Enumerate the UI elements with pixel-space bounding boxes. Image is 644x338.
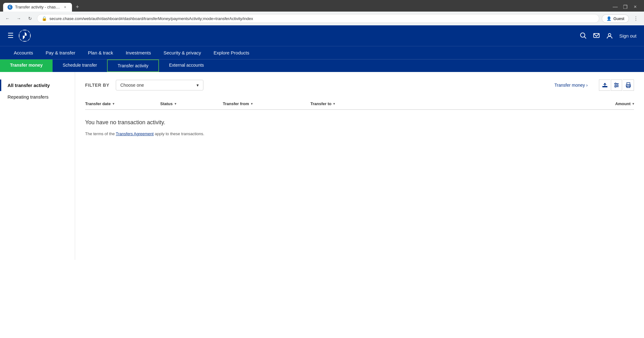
- sidebar-item-repeating-transfers[interactable]: Repeating transfers: [0, 91, 75, 103]
- svg-point-15: [615, 83, 616, 84]
- address-bar[interactable]: 🔒 secure.chase.com/web/auth/dashboard#/d…: [37, 14, 599, 23]
- more-options-button[interactable]: ⋮: [631, 13, 641, 23]
- terms-suffix: apply to these transactions.: [154, 131, 204, 136]
- terms-prefix: The terms of the: [85, 131, 116, 136]
- account-button[interactable]: [606, 32, 613, 39]
- column-transfer-date-sort-icon: ▾: [113, 102, 114, 105]
- guest-label: Guest: [613, 16, 624, 21]
- subnav-transfer-money[interactable]: Transfer money: [0, 59, 53, 72]
- back-button[interactable]: ←: [3, 14, 12, 23]
- restore-button[interactable]: ❐: [621, 3, 629, 11]
- svg-line-6: [584, 37, 586, 38]
- search-icon: [580, 32, 587, 39]
- sign-out-button[interactable]: Sign out: [619, 33, 636, 38]
- filter-select[interactable]: Choose one ▾: [116, 80, 203, 90]
- url-text: secure.chase.com/web/auth/dashboard#/das…: [49, 16, 595, 21]
- svg-marker-2: [25, 34, 27, 36]
- upload-button[interactable]: [599, 79, 610, 91]
- svg-rect-9: [602, 86, 607, 87]
- column-amount[interactable]: Amount ▾: [398, 101, 634, 106]
- svg-point-5: [580, 33, 585, 37]
- svg-point-8: [608, 33, 611, 36]
- guest-profile-button[interactable]: 👤 Guest: [602, 14, 629, 23]
- svg-rect-10: [602, 87, 607, 87]
- guest-icon: 👤: [606, 16, 611, 21]
- action-icons: [599, 79, 634, 91]
- column-status[interactable]: Status ▾: [160, 101, 223, 106]
- new-tab-button[interactable]: +: [73, 3, 82, 12]
- column-transfer-from-sort-icon: ▾: [251, 102, 253, 105]
- column-transfer-to[interactable]: Transfer to ▾: [310, 101, 398, 106]
- print-button[interactable]: [623, 79, 634, 91]
- nav-explore-products[interactable]: Explore Products: [207, 46, 256, 59]
- nav-pay-transfer[interactable]: Pay & transfer: [39, 46, 82, 59]
- sidebar-item-all-transfer-activity[interactable]: All transfer activity: [0, 79, 75, 91]
- reload-button[interactable]: ↻: [26, 14, 34, 23]
- main-navigation: Accounts Pay & transfer Plan & track Inv…: [0, 46, 644, 59]
- page-content: All transfer activity Repeating transfer…: [0, 72, 644, 260]
- svg-marker-3: [23, 36, 25, 38]
- search-button[interactable]: [580, 32, 587, 39]
- messages-icon: [593, 32, 600, 39]
- app-header: ☰: [0, 25, 644, 46]
- browser-tab[interactable]: C Transfer activity - chase.com ×: [3, 3, 72, 12]
- filter-label: FILTER BY: [85, 83, 110, 88]
- subnav-schedule-transfer[interactable]: Schedule transfer: [53, 59, 107, 72]
- subnav-external-accounts[interactable]: External accounts: [159, 59, 214, 72]
- nav-accounts[interactable]: Accounts: [8, 46, 39, 59]
- menu-button[interactable]: ☰: [8, 32, 14, 40]
- empty-state-message: You have no transaction activity.: [85, 110, 634, 131]
- forward-button[interactable]: →: [14, 14, 23, 23]
- tab-title: Transfer activity - chase.com: [15, 5, 60, 9]
- column-transfer-to-sort-icon: ▾: [333, 102, 335, 105]
- messages-button[interactable]: [593, 32, 600, 39]
- filter-arrow-icon: ▾: [197, 83, 199, 88]
- table-header: Transfer date ▾ Status ▾ Transfer from ▾…: [85, 98, 634, 110]
- column-transfer-date-label: Transfer date: [85, 101, 111, 106]
- account-icon: [606, 32, 613, 39]
- subnav-transfer-activity[interactable]: Transfer activity: [107, 59, 159, 72]
- column-status-sort-icon: ▾: [175, 102, 176, 105]
- svg-point-17: [615, 86, 616, 87]
- svg-rect-18: [627, 83, 630, 84]
- column-transfer-from-label: Transfer from: [223, 101, 249, 106]
- column-transfer-to-label: Transfer to: [310, 101, 331, 106]
- svg-point-21: [629, 85, 630, 86]
- print-icon: [626, 82, 631, 88]
- filter-placeholder: Choose one: [120, 83, 144, 88]
- nav-investments[interactable]: Investments: [120, 46, 157, 59]
- chase-logo[interactable]: [19, 30, 31, 42]
- transfer-money-link-arrow: ›: [586, 83, 588, 88]
- column-status-label: Status: [160, 101, 173, 106]
- transfer-money-link[interactable]: Transfer money ›: [555, 83, 588, 88]
- column-transfer-date[interactable]: Transfer date ▾: [85, 101, 160, 106]
- nav-security-privacy[interactable]: Security & privacy: [157, 46, 207, 59]
- svg-point-16: [617, 84, 618, 86]
- tab-favicon: C: [8, 5, 13, 10]
- column-amount-label: Amount: [615, 101, 631, 106]
- security-icon: 🔒: [42, 16, 47, 21]
- nav-plan-track[interactable]: Plan & track: [82, 46, 120, 59]
- main-content-area: FILTER BY Choose one ▾ Transfer money ›: [75, 72, 644, 260]
- sidebar: All transfer activity Repeating transfer…: [0, 72, 75, 260]
- minimize-button[interactable]: —: [611, 3, 619, 11]
- upload-icon: [602, 82, 608, 88]
- column-transfer-from[interactable]: Transfer from ▾: [223, 101, 310, 106]
- transfer-money-link-text: Transfer money: [555, 83, 585, 88]
- chase-logo-svg: [19, 30, 31, 42]
- filter-bar: FILTER BY Choose one ▾ Transfer money ›: [85, 79, 634, 91]
- column-amount-sort-icon: ▾: [632, 102, 634, 105]
- sub-navigation: Transfer money Schedule transfer Transfe…: [0, 59, 644, 72]
- cursor-indicator: [132, 69, 134, 72]
- filter-lines-button[interactable]: [611, 79, 622, 91]
- transfers-agreement-link[interactable]: Transfers Agreement: [116, 131, 154, 136]
- filter-lines-icon: [614, 82, 619, 88]
- close-button[interactable]: ×: [631, 3, 639, 11]
- tab-close-button[interactable]: ×: [63, 5, 68, 10]
- terms-text: The terms of the Transfers Agreement app…: [85, 131, 634, 137]
